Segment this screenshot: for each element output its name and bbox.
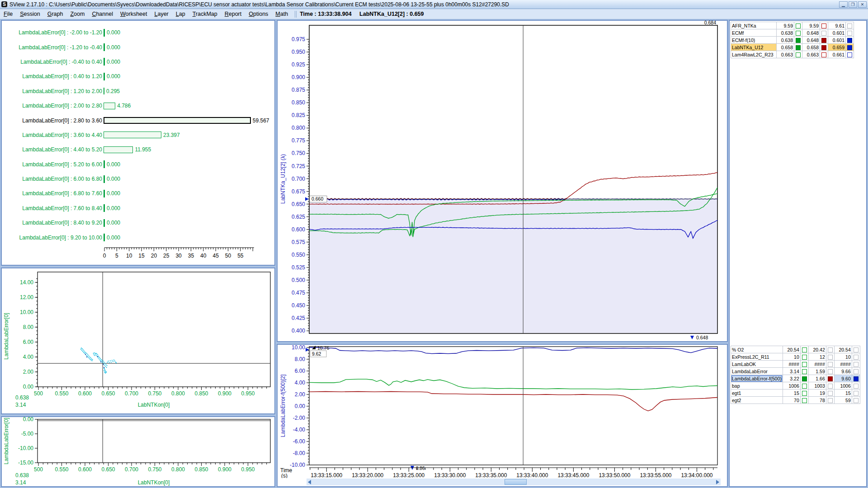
scatter-point	[90, 357, 90, 357]
scroll-left-icon[interactable]	[308, 480, 311, 484]
swatch-outline-icon	[847, 23, 852, 28]
svg-text:0.650: 0.650	[292, 201, 305, 207]
scatter-point	[85, 352, 86, 353]
maximize-button[interactable]: ❐	[849, 1, 857, 8]
time-tick-label: 13:33:50.000	[599, 472, 630, 478]
channel-row-lambdalaberror[interactable]: LambdaLabError3.141.599.66	[731, 368, 860, 375]
channel-row-ecmf[interactable]: ECMf0.6380.6480.601	[731, 29, 854, 37]
swatch-filled-icon	[796, 45, 801, 50]
scatter-point	[101, 361, 102, 362]
swatch-filled-icon	[821, 45, 826, 50]
scatter-point	[90, 359, 91, 360]
svg-text:-8.00: -8.00	[293, 450, 306, 456]
main-chart-plot[interactable]: 0.4000.4250.4500.4750.5000.5250.5500.575…	[278, 21, 727, 341]
channel-color-swatch	[800, 353, 808, 361]
scatter-point	[81, 350, 82, 351]
channel-value: 0.661	[828, 51, 846, 58]
channel-color-swatch	[800, 389, 808, 397]
svg-text:0.950: 0.950	[241, 466, 255, 473]
menu-item-math[interactable]: Math	[272, 10, 292, 18]
marker-bottom-value: 0.648	[696, 335, 708, 340]
menu-item-zoom[interactable]: Zoom	[66, 10, 88, 18]
channel-value: 20.54	[834, 346, 852, 353]
channel-value: 1006	[834, 382, 852, 389]
channel-row-lamlabok[interactable]: LamLabOK############	[731, 361, 860, 368]
channel-row-ecmf-f-10-[interactable]: ECMf-f(10)0.6380.6480.601	[731, 37, 854, 44]
scroll-right-icon[interactable]	[716, 480, 719, 484]
menu-item-trackmap[interactable]: TrackMap	[189, 10, 221, 18]
scatter-point	[88, 356, 89, 357]
marker-bottom-icon	[690, 336, 694, 339]
svg-text:14.00: 14.00	[20, 279, 33, 286]
channel-row-bap[interactable]: bap100610031006	[731, 382, 860, 389]
channel-color-swatch	[826, 353, 834, 361]
swatch-filled-icon	[821, 38, 826, 43]
swatch-outline-icon	[802, 398, 807, 403]
app-icon: S	[1, 1, 7, 7]
time-axis-unit: (s)	[281, 473, 288, 478]
scatter-top-plot[interactable]: 0.002.004.006.008.0010.0012.0014.005000.…	[2, 268, 274, 413]
swatch-filled-icon	[802, 376, 807, 381]
status-readout: Time : 13:33:38.904 LabNTKa_U12[2] : 0.6…	[300, 11, 430, 17]
channel-color-swatch	[826, 397, 834, 404]
channel-row-expressl2c-r11[interactable]: ExPressL2C_R11101210	[731, 353, 860, 361]
svg-text:6.00: 6.00	[23, 339, 34, 345]
channel-row-afr-ntka[interactable]: AFR_NTKa9.599.599.61	[731, 22, 854, 29]
svg-text:0.450: 0.450	[292, 302, 305, 309]
histogram-bin-label: LambdaLabError[0] : 8.40 to 9.20	[2, 220, 102, 226]
channel-value: 0.601	[828, 37, 846, 44]
histogram-bin-value: 59.567	[253, 117, 269, 124]
channel-color-swatch	[852, 368, 860, 375]
channel-row-lambdalaberror-f-500-[interactable]: LambdaLabError-f(500)3.221.669.60	[731, 375, 860, 382]
channel-row-labntka-u12[interactable]: LabNTKa_U120.6580.6580.659	[731, 44, 854, 51]
channel-row-egt1[interactable]: egt1151915	[731, 389, 860, 397]
menu-item-layer[interactable]: Layer	[151, 10, 172, 18]
channel-color-swatch	[852, 353, 860, 361]
channel-value: 19	[808, 389, 826, 397]
channel-row-egt2[interactable]: egt2707859	[731, 397, 860, 404]
time-scrollbar[interactable]	[307, 479, 721, 485]
menu-item-report[interactable]: Report	[221, 10, 245, 18]
swatch-outline-icon	[821, 23, 826, 28]
close-button[interactable]: ✕	[858, 1, 867, 8]
channel-row--o2[interactable]: % O220.5420.4220.54	[731, 346, 860, 353]
channel-name: egt2	[731, 397, 783, 404]
channel-color-swatch	[846, 22, 854, 29]
channel-name: ECMf-f(10)	[731, 37, 777, 44]
channel-color-swatch	[794, 44, 802, 51]
time-tick-label: 13:33:30.000	[434, 472, 466, 478]
histogram-row: LambdaLabError[0] : -2.00 to -1.200.000	[2, 25, 274, 40]
channel-value: 3.14	[783, 368, 800, 375]
channel-value: 0.648	[802, 29, 820, 37]
channel-color-swatch	[852, 346, 860, 353]
cursor-x-value: 0.638	[15, 394, 29, 401]
menu-item-options[interactable]: Options	[245, 10, 272, 18]
channel-row-lam4rawl2c-r23[interactable]: Lam4RawL2C_R230.6630.6630.661	[731, 51, 854, 58]
channel-color-swatch	[852, 397, 860, 404]
scroll-thumb[interactable]	[505, 479, 526, 485]
scatter-bottom-plot[interactable]: 0.00-5.00-10.00-15.005000.5500.6000.6500…	[2, 417, 274, 486]
svg-text:0.650: 0.650	[101, 390, 115, 397]
menu-item-file[interactable]: File	[0, 10, 16, 18]
histogram-bin-value: 0.000	[107, 73, 120, 80]
histogram-bar	[104, 73, 105, 80]
menu-item-channel[interactable]: Channel	[88, 10, 117, 18]
scatter-point	[99, 358, 99, 359]
channel-value: 0.658	[802, 44, 820, 51]
menu-item-lap[interactable]: Lap	[172, 10, 189, 18]
lower-chart-plot[interactable]: -10.00-8.00-6.00-4.00-2.000.002.004.006.…	[278, 345, 727, 478]
swatch-outline-icon	[802, 391, 807, 396]
channel-table-bottom: % O220.5420.4220.54ExPressL2C_R11101210L…	[731, 346, 860, 404]
svg-text:0.425: 0.425	[292, 315, 305, 321]
channel-color-swatch	[820, 44, 828, 51]
minimize-button[interactable]: ▁	[839, 1, 848, 8]
svg-text:0.600: 0.600	[292, 226, 305, 233]
menu-item-session[interactable]: Session	[16, 10, 43, 18]
channel-value: ####	[783, 361, 800, 368]
menu-item-graph[interactable]: Graph	[44, 10, 67, 18]
menu-item-worksheet[interactable]: Worksheet	[117, 10, 151, 18]
swatch-outline-icon	[802, 347, 807, 352]
channel-name: Lam4RawL2C_R23	[731, 51, 777, 58]
swatch-filled-icon	[854, 376, 859, 381]
swatch-outline-icon	[847, 52, 852, 57]
